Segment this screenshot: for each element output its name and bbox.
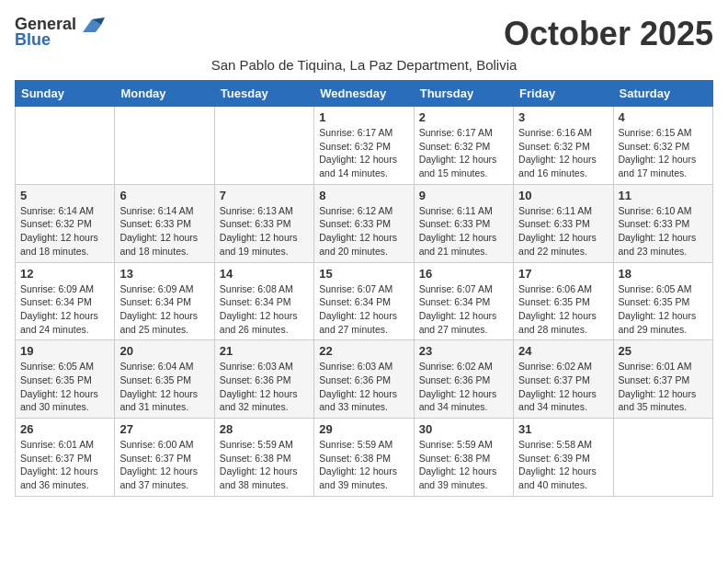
calendar-cell: 15Sunrise: 6:07 AMSunset: 6:34 PMDayligh… — [314, 262, 414, 340]
calendar-cell: 26Sunrise: 6:01 AMSunset: 6:37 PMDayligh… — [16, 419, 115, 497]
calendar-cell — [613, 419, 712, 497]
day-info: Sunrise: 6:02 AMSunset: 6:37 PMDaylight:… — [518, 360, 608, 414]
day-number: 31 — [518, 422, 608, 436]
day-number: 15 — [319, 267, 408, 281]
calendar-cell: 24Sunrise: 6:02 AMSunset: 6:37 PMDayligh… — [514, 340, 613, 419]
calendar-table: SundayMondayTuesdayWednesdayThursdayFrid… — [15, 80, 713, 497]
day-number: 8 — [319, 189, 408, 202]
calendar-cell: 10Sunrise: 6:11 AMSunset: 6:33 PMDayligh… — [514, 184, 613, 262]
day-number: 4 — [619, 110, 708, 124]
calendar-header-saturday: Saturday — [613, 81, 712, 107]
calendar-cell: 8Sunrise: 6:12 AMSunset: 6:33 PMDaylight… — [314, 184, 414, 262]
day-info: Sunrise: 6:14 AMSunset: 6:33 PMDaylight:… — [119, 204, 209, 259]
day-info: Sunrise: 6:12 AMSunset: 6:33 PMDaylight:… — [319, 204, 408, 259]
day-number: 27 — [119, 422, 209, 436]
calendar-cell: 14Sunrise: 6:08 AMSunset: 6:34 PMDayligh… — [214, 262, 313, 340]
calendar-header-wednesday: Wednesday — [314, 81, 414, 107]
day-info: Sunrise: 6:16 AMSunset: 6:32 PMDaylight:… — [518, 126, 608, 180]
day-info: Sunrise: 5:58 AMSunset: 6:39 PMDaylight:… — [518, 438, 608, 492]
calendar-header-friday: Friday — [514, 81, 613, 107]
day-info: Sunrise: 6:00 AMSunset: 6:37 PMDaylight:… — [119, 438, 209, 492]
day-number: 1 — [319, 110, 408, 124]
day-info: Sunrise: 6:01 AMSunset: 6:37 PMDaylight:… — [20, 438, 109, 492]
logo-bird-icon — [79, 16, 105, 34]
page-header: General Blue October 2025 — [15, 15, 713, 53]
calendar-cell: 19Sunrise: 6:05 AMSunset: 6:35 PMDayligh… — [16, 340, 115, 419]
day-number: 25 — [619, 344, 708, 358]
month-title: October 2025 — [504, 15, 713, 53]
day-number: 7 — [220, 189, 309, 202]
calendar-cell: 28Sunrise: 5:59 AMSunset: 6:38 PMDayligh… — [214, 419, 313, 497]
calendar-cell: 11Sunrise: 6:10 AMSunset: 6:33 PMDayligh… — [613, 184, 712, 262]
day-number: 12 — [20, 267, 109, 281]
logo-blue: Blue — [15, 30, 51, 50]
day-info: Sunrise: 6:07 AMSunset: 6:34 PMDaylight:… — [419, 282, 508, 337]
calendar-cell: 20Sunrise: 6:04 AMSunset: 6:35 PMDayligh… — [115, 340, 214, 419]
calendar-cell: 5Sunrise: 6:14 AMSunset: 6:32 PMDaylight… — [16, 184, 115, 262]
day-number: 5 — [20, 189, 109, 202]
calendar-cell: 2Sunrise: 6:17 AMSunset: 6:32 PMDaylight… — [414, 107, 513, 185]
day-info: Sunrise: 6:17 AMSunset: 6:32 PMDaylight:… — [419, 126, 508, 180]
calendar-cell: 12Sunrise: 6:09 AMSunset: 6:34 PMDayligh… — [16, 262, 115, 340]
calendar-cell: 27Sunrise: 6:00 AMSunset: 6:37 PMDayligh… — [115, 419, 214, 497]
day-info: Sunrise: 6:04 AMSunset: 6:35 PMDaylight:… — [119, 360, 209, 414]
calendar-cell: 6Sunrise: 6:14 AMSunset: 6:33 PMDaylight… — [115, 184, 214, 262]
day-number: 29 — [319, 422, 408, 436]
day-number: 20 — [119, 344, 209, 358]
day-number: 9 — [419, 189, 508, 202]
calendar-week-row: 1Sunrise: 6:17 AMSunset: 6:32 PMDaylight… — [16, 107, 713, 185]
day-number: 10 — [518, 189, 608, 202]
calendar-week-row: 12Sunrise: 6:09 AMSunset: 6:34 PMDayligh… — [16, 262, 713, 340]
logo: General Blue — [15, 15, 105, 50]
day-info: Sunrise: 6:05 AMSunset: 6:35 PMDaylight:… — [619, 282, 708, 337]
day-info: Sunrise: 6:14 AMSunset: 6:32 PMDaylight:… — [20, 204, 109, 259]
day-info: Sunrise: 6:11 AMSunset: 6:33 PMDaylight:… — [518, 204, 608, 259]
calendar-cell: 31Sunrise: 5:58 AMSunset: 6:39 PMDayligh… — [514, 419, 613, 497]
day-info: Sunrise: 5:59 AMSunset: 6:38 PMDaylight:… — [419, 438, 508, 492]
day-info: Sunrise: 6:15 AMSunset: 6:32 PMDaylight:… — [619, 126, 708, 180]
day-info: Sunrise: 6:01 AMSunset: 6:37 PMDaylight:… — [619, 360, 708, 414]
day-number: 13 — [119, 267, 209, 281]
calendar-cell: 3Sunrise: 6:16 AMSunset: 6:32 PMDaylight… — [514, 107, 613, 185]
day-info: Sunrise: 6:03 AMSunset: 6:36 PMDaylight:… — [220, 360, 309, 414]
calendar-cell — [214, 107, 313, 185]
day-info: Sunrise: 6:03 AMSunset: 6:36 PMDaylight:… — [319, 360, 408, 414]
calendar-cell: 17Sunrise: 6:06 AMSunset: 6:35 PMDayligh… — [514, 262, 613, 340]
day-info: Sunrise: 6:08 AMSunset: 6:34 PMDaylight:… — [220, 282, 309, 337]
day-number: 2 — [419, 110, 508, 124]
calendar-cell: 29Sunrise: 5:59 AMSunset: 6:38 PMDayligh… — [314, 419, 414, 497]
calendar-cell — [115, 107, 214, 185]
calendar-week-row: 5Sunrise: 6:14 AMSunset: 6:32 PMDaylight… — [16, 184, 713, 262]
calendar-header-row: SundayMondayTuesdayWednesdayThursdayFrid… — [16, 81, 713, 107]
day-info: Sunrise: 6:13 AMSunset: 6:33 PMDaylight:… — [220, 204, 309, 259]
calendar-header-sunday: Sunday — [16, 81, 115, 107]
day-info: Sunrise: 6:09 AMSunset: 6:34 PMDaylight:… — [20, 282, 109, 337]
day-number: 24 — [518, 344, 608, 358]
day-number: 6 — [119, 189, 209, 202]
calendar-cell: 1Sunrise: 6:17 AMSunset: 6:32 PMDaylight… — [314, 107, 414, 185]
calendar-cell: 30Sunrise: 5:59 AMSunset: 6:38 PMDayligh… — [414, 419, 513, 497]
day-number: 11 — [619, 189, 708, 202]
calendar-week-row: 26Sunrise: 6:01 AMSunset: 6:37 PMDayligh… — [16, 419, 713, 497]
day-info: Sunrise: 6:07 AMSunset: 6:34 PMDaylight:… — [319, 282, 408, 337]
day-number: 18 — [619, 267, 708, 281]
calendar-week-row: 19Sunrise: 6:05 AMSunset: 6:35 PMDayligh… — [16, 340, 713, 419]
day-number: 21 — [220, 344, 309, 358]
day-info: Sunrise: 5:59 AMSunset: 6:38 PMDaylight:… — [319, 438, 408, 492]
calendar-cell: 25Sunrise: 6:01 AMSunset: 6:37 PMDayligh… — [613, 340, 712, 419]
day-number: 3 — [518, 110, 608, 124]
calendar-header-tuesday: Tuesday — [214, 81, 313, 107]
day-info: Sunrise: 5:59 AMSunset: 6:38 PMDaylight:… — [220, 438, 309, 492]
calendar-cell: 21Sunrise: 6:03 AMSunset: 6:36 PMDayligh… — [214, 340, 313, 419]
calendar-cell: 18Sunrise: 6:05 AMSunset: 6:35 PMDayligh… — [613, 262, 712, 340]
calendar-header-thursday: Thursday — [414, 81, 513, 107]
day-number: 28 — [220, 422, 309, 436]
calendar-cell: 22Sunrise: 6:03 AMSunset: 6:36 PMDayligh… — [314, 340, 414, 419]
day-info: Sunrise: 6:06 AMSunset: 6:35 PMDaylight:… — [518, 282, 608, 337]
calendar-cell: 4Sunrise: 6:15 AMSunset: 6:32 PMDaylight… — [613, 107, 712, 185]
day-number: 30 — [419, 422, 508, 436]
day-info: Sunrise: 6:17 AMSunset: 6:32 PMDaylight:… — [319, 126, 408, 180]
day-info: Sunrise: 6:05 AMSunset: 6:35 PMDaylight:… — [20, 360, 109, 414]
calendar-cell — [16, 107, 115, 185]
calendar-header-monday: Monday — [115, 81, 214, 107]
